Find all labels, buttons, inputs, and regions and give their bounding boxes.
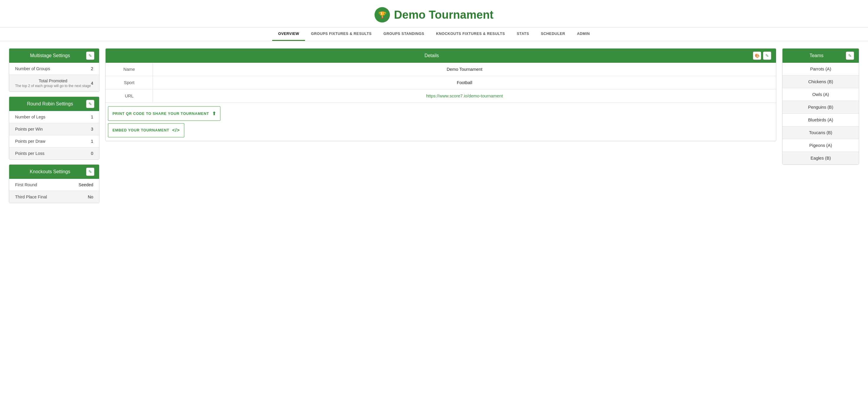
- nav-groups-fixtures[interactable]: GROUPS FIXTURES & RESULTS: [305, 28, 377, 41]
- details-url-label: URL: [105, 89, 153, 102]
- details-card: Details 🎨 ✎ Name Demo Tournament Sport F…: [105, 48, 776, 141]
- details-url-value[interactable]: https://www.score7.io/demo-tournament: [153, 89, 776, 102]
- ko-first-round-label: First Round: [15, 182, 37, 187]
- rr-loss-value: 0: [91, 151, 93, 156]
- details-actions: 🎨 ✎: [753, 52, 771, 60]
- round-robin-edit-button[interactable]: ✎: [86, 100, 94, 108]
- ko-first-round-value: Seeded: [79, 182, 93, 187]
- nav-groups-standings[interactable]: GROUPS STANDINGS: [377, 28, 430, 41]
- team-row: Eagles (B): [782, 152, 859, 164]
- teams-actions: ✎: [846, 52, 854, 60]
- rr-loss-label: Points per Loss: [15, 151, 44, 156]
- multistage-actions: ✎: [86, 52, 94, 60]
- print-qr-label: PRINT QR CODE TO SHARE YOUR TOURNAMENT: [113, 112, 209, 116]
- details-sport-label: Sport: [105, 76, 153, 89]
- details-row-name: Name Demo Tournament: [105, 63, 776, 76]
- rr-row-win: Points per Win 3: [9, 123, 99, 135]
- details-title: Details: [110, 53, 753, 58]
- teams-title: Teams: [787, 53, 846, 58]
- team-row: Parrots (A): [782, 63, 859, 76]
- team-row: Bluebirds (A): [782, 114, 859, 126]
- ko-row-third-place: Third Place Final No: [9, 191, 99, 203]
- multistage-header: Multistage Settings ✎: [9, 49, 99, 63]
- ko-row-first-round: First Round Seeded: [9, 179, 99, 191]
- multistage-promoted-value: 4: [91, 81, 93, 86]
- multistage-promoted-label: Total Promoted The top 2 of each group w…: [15, 79, 91, 88]
- rr-draw-label: Points per Draw: [15, 139, 45, 144]
- team-row: Penguins (B): [782, 101, 859, 114]
- team-row: Chickens (B): [782, 76, 859, 88]
- print-qr-button[interactable]: PRINT QR CODE TO SHARE YOUR TOURNAMENT ⬆: [108, 106, 220, 121]
- trophy-icon: 🏆: [375, 7, 390, 23]
- team-row: Toucans (B): [782, 126, 859, 139]
- knockouts-card: Knockouts Settings ✎ First Round Seeded …: [9, 164, 99, 203]
- left-column: Multistage Settings ✎ Number of Groups 2…: [9, 48, 99, 203]
- code-icon: </>: [172, 128, 180, 133]
- team-row: Owls (A): [782, 88, 859, 101]
- teams-edit-button[interactable]: ✎: [846, 52, 854, 60]
- svg-text:🏆: 🏆: [378, 11, 386, 19]
- page-title: Demo Tournament: [394, 8, 493, 21]
- details-edit-button[interactable]: ✎: [763, 52, 771, 60]
- round-robin-card: Round Robin Settings ✎ Number of Legs 1 …: [9, 96, 99, 159]
- details-row-sport: Sport Football: [105, 76, 776, 89]
- knockouts-header: Knockouts Settings ✎: [9, 165, 99, 179]
- details-name-value: Demo Tournament: [153, 63, 776, 76]
- details-row-url: URL https://www.score7.io/demo-tournamen…: [105, 89, 776, 103]
- share-icon: ⬆: [212, 111, 216, 116]
- ko-third-place-value: No: [88, 195, 93, 199]
- details-sport-value: Football: [153, 76, 776, 89]
- nav-knockouts-fixtures[interactable]: KNOCKOUTS FIXTURES & RESULTS: [430, 28, 511, 41]
- details-header: Details 🎨 ✎: [105, 49, 776, 63]
- nav-admin[interactable]: ADMIN: [571, 28, 595, 41]
- team-row: Pigeons (A): [782, 139, 859, 152]
- rr-legs-value: 1: [91, 115, 93, 119]
- rr-win-label: Points per Win: [15, 127, 43, 131]
- details-name-label: Name: [105, 63, 153, 76]
- nav-scheduler[interactable]: SCHEDULER: [535, 28, 571, 41]
- teams-card: Teams ✎ Parrots (A) Chickens (B) Owls (A…: [782, 48, 859, 165]
- knockouts-edit-button[interactable]: ✎: [86, 168, 94, 176]
- multistage-groups-value: 2: [91, 66, 93, 71]
- rr-row-loss: Points per Loss 0: [9, 147, 99, 159]
- nav-stats[interactable]: STATS: [511, 28, 535, 41]
- multistage-groups-label: Number of Groups: [15, 66, 50, 71]
- details-palette-button[interactable]: 🎨: [753, 52, 761, 60]
- rr-row-legs: Number of Legs 1: [9, 111, 99, 123]
- page-header: 🏆 Demo Tournament: [0, 0, 868, 27]
- main-nav: OVERVIEW GROUPS FIXTURES & RESULTS GROUP…: [0, 27, 868, 41]
- round-robin-title: Round Robin Settings: [14, 101, 86, 107]
- multistage-edit-button[interactable]: ✎: [86, 52, 94, 60]
- teams-header: Teams ✎: [782, 49, 859, 63]
- multistage-card: Multistage Settings ✎ Number of Groups 2…: [9, 48, 99, 92]
- multistage-title: Multistage Settings: [14, 53, 86, 58]
- embed-button[interactable]: EMBED YOUR TOURNAMENT </>: [108, 123, 184, 138]
- rr-win-value: 3: [91, 127, 93, 131]
- rr-legs-label: Number of Legs: [15, 115, 45, 119]
- multistage-row-promoted: Total Promoted The top 2 of each group w…: [9, 75, 99, 91]
- rr-draw-value: 1: [91, 139, 93, 144]
- knockouts-actions: ✎: [86, 168, 94, 176]
- main-content: Multistage Settings ✎ Number of Groups 2…: [0, 41, 868, 210]
- rr-row-draw: Points per Draw 1: [9, 135, 99, 147]
- round-robin-header: Round Robin Settings ✎: [9, 97, 99, 111]
- knockouts-title: Knockouts Settings: [14, 169, 86, 174]
- ko-third-place-label: Third Place Final: [15, 195, 47, 199]
- round-robin-actions: ✎: [86, 100, 94, 108]
- multistage-row-groups: Number of Groups 2: [9, 63, 99, 75]
- nav-overview[interactable]: OVERVIEW: [272, 28, 305, 41]
- embed-label: EMBED YOUR TOURNAMENT: [113, 128, 169, 133]
